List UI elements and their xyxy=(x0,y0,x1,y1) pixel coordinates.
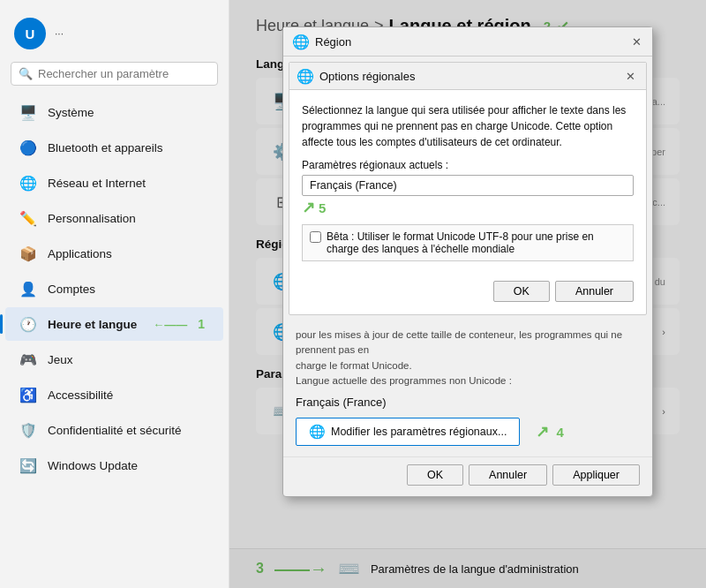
avatar: U xyxy=(14,18,46,49)
sidebar-item-label: Accessibilité xyxy=(48,388,113,402)
checkbox-row[interactable]: Bêta : Utiliser le format Unicode UTF-8 … xyxy=(302,224,634,261)
jeux-icon: 🎮 xyxy=(19,351,37,368)
region-lang-label: Langue actuelle des programmes non Unico… xyxy=(296,375,512,386)
sidebar-item-reseau[interactable]: 🌐 Réseau et Internet xyxy=(5,166,223,200)
annotation-5-arrow: ↗ xyxy=(302,198,315,217)
sidebar-item-windows-update[interactable]: 🔄 Windows Update xyxy=(5,449,223,482)
comptes-icon: 👤 xyxy=(19,280,37,298)
dialog-region-titlebar: 🌐 Région ✕ xyxy=(283,27,652,57)
search-box[interactable]: 🔍 xyxy=(11,62,218,86)
confidentialite-icon: 🛡️ xyxy=(19,421,37,439)
sidebar-item-label: Windows Update xyxy=(48,459,138,472)
param-label: Paramètres régionaux actuels : xyxy=(302,159,634,171)
sidebar-item-label: Réseau et Internet xyxy=(48,177,146,190)
sidebar-item-accessibilite[interactable]: ♿ Accessibilité xyxy=(5,378,223,411)
region-annuler-button[interactable]: Annuler xyxy=(469,464,547,486)
dialog-inner-icon: 🌐 xyxy=(297,68,314,85)
dialog-inner: 🌐 Options régionales ✕ Sélectionnez la l… xyxy=(289,62,647,315)
sidebar-item-applications[interactable]: 📦 Applications xyxy=(5,237,223,270)
sidebar: U ··· 🔍 🖥️ Système 🔵 Bluetooth et appare… xyxy=(0,0,229,588)
sidebar-item-label: Jeux xyxy=(48,353,73,366)
applications-icon: 📦 xyxy=(19,245,37,262)
inner-ok-button[interactable]: OK xyxy=(493,281,550,302)
region-lang-note: pour les mises à jour de cette taille de… xyxy=(296,328,640,388)
sidebar-item-jeux[interactable]: 🎮 Jeux xyxy=(5,343,223,376)
perso-icon: ✏️ xyxy=(19,209,37,227)
annotation-4-arrow: ↗ xyxy=(536,422,549,441)
sidebar-item-label: Applications xyxy=(48,247,112,260)
sidebar-item-label: Heure et langue xyxy=(48,318,137,331)
sidebar-item-label: Personnalisation xyxy=(48,212,136,225)
dialog-region-close-button[interactable]: ✕ xyxy=(627,33,645,50)
modal-overlay: 🌐 Région ✕ 🌐 Options régionales ✕ Sélect… xyxy=(229,0,706,588)
inner-annuler-button[interactable]: Annuler xyxy=(555,281,634,302)
modify-btn[interactable]: 🌐 Modifier les paramètres régionaux... xyxy=(296,418,520,446)
sidebar-item-comptes[interactable]: 👤 Comptes xyxy=(5,272,223,305)
modify-btn-icon: 🌐 xyxy=(309,424,326,440)
sidebar-item-label: Confidentialité et sécurité xyxy=(48,424,182,437)
search-input[interactable] xyxy=(38,67,210,80)
inner-dialog-buttons: OK Annuler xyxy=(302,274,634,305)
sidebar-item-heure[interactable]: 🕐 Heure et langue ←—— 1 xyxy=(5,307,223,341)
reseau-icon: 🌐 xyxy=(19,174,37,192)
sidebar-item-perso[interactable]: ✏️ Personnalisation xyxy=(5,201,223,235)
dialog-inner-title: Options régionales xyxy=(319,70,616,83)
heure-icon: 🕐 xyxy=(19,315,37,333)
annotation-4-num: 4 xyxy=(556,425,563,440)
sidebar-item-confidentialite[interactable]: 🛡️ Confidentialité et sécurité xyxy=(5,413,223,447)
region-ok-button[interactable]: OK xyxy=(407,464,463,486)
dialog-description: Sélectionnez la langue qui sera utilisée… xyxy=(302,102,634,150)
accessibilite-icon: ♿ xyxy=(19,386,37,403)
windows-update-icon: 🔄 xyxy=(19,456,37,474)
modify-btn-label: Modifier les paramètres régionaux... xyxy=(331,426,507,438)
dialog-region-body: pour les mises à jour de cette taille de… xyxy=(283,320,652,456)
dialog-body: Sélectionnez la langue qui sera utilisée… xyxy=(289,90,646,314)
dialog-inner-titlebar: 🌐 Options régionales ✕ xyxy=(289,63,646,90)
region-lang-value: Français (France) xyxy=(296,396,640,409)
annotation-1-arrow: ←—— xyxy=(153,318,187,331)
search-icon: 🔍 xyxy=(19,67,33,80)
unicode-checkbox[interactable] xyxy=(310,231,321,243)
dialog-region: 🌐 Région ✕ 🌐 Options régionales ✕ Sélect… xyxy=(282,26,653,497)
profile-section: U ··· xyxy=(0,9,229,62)
sidebar-item-systeme[interactable]: 🖥️ Système xyxy=(5,95,223,129)
sidebar-item-bluetooth[interactable]: 🔵 Bluetooth et appareils xyxy=(5,131,223,164)
systeme-icon: 🖥️ xyxy=(19,103,37,121)
region-appliquer-button[interactable]: Appliquer xyxy=(552,464,640,486)
dialog-region-icon: 🌐 xyxy=(292,34,310,50)
sidebar-item-label: Comptes xyxy=(48,283,95,296)
dropdown-row: Français (France) xyxy=(302,175,634,196)
annotation-1-num: 1 xyxy=(198,317,205,331)
sidebar-item-label: Bluetooth et appareils xyxy=(48,141,163,155)
modify-area: 🌐 Modifier les paramètres régionaux... ↗… xyxy=(296,418,640,446)
dialog-region-footer: OK Annuler Appliquer xyxy=(283,456,652,496)
locale-dropdown[interactable]: Français (France) xyxy=(302,175,634,196)
sidebar-item-label: Système xyxy=(48,106,94,119)
bluetooth-icon: 🔵 xyxy=(19,139,37,156)
profile-name: ··· xyxy=(55,27,64,40)
dialog-region-title: Région xyxy=(315,35,622,49)
annotation-5-num: 5 xyxy=(319,200,326,215)
dialog-inner-close-button[interactable]: ✕ xyxy=(621,67,639,85)
checkbox-label: Bêta : Utiliser le format Unicode UTF-8 … xyxy=(327,230,626,255)
main-content: Heure et langue > Langue et région 2 ↙ L… xyxy=(229,0,706,588)
annotation-5-area: ↗ 5 xyxy=(302,198,634,217)
